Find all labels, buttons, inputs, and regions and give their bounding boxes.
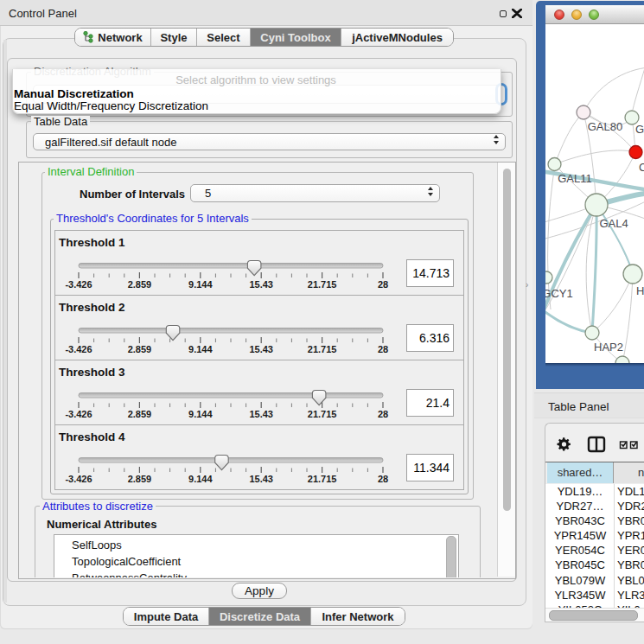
svg-text:9.144: 9.144 bbox=[188, 409, 213, 419]
svg-text:21.715: 21.715 bbox=[308, 409, 337, 419]
svg-text:28: 28 bbox=[378, 409, 388, 419]
svg-text:GCY1: GCY1 bbox=[545, 287, 573, 300]
svg-text:2.859: 2.859 bbox=[128, 279, 152, 290]
svg-text:15.43: 15.43 bbox=[249, 474, 273, 484]
svg-text:15.43: 15.43 bbox=[249, 279, 273, 290]
svg-text:9.144: 9.144 bbox=[188, 279, 213, 290]
svg-text:9.144: 9.144 bbox=[188, 474, 213, 484]
svg-text:2.859: 2.859 bbox=[128, 344, 152, 354]
svg-text:HAP2: HAP2 bbox=[594, 341, 623, 354]
svg-text:CD: CD bbox=[639, 161, 644, 174]
svg-text:2.859: 2.859 bbox=[128, 409, 152, 419]
svg-text:15.43: 15.43 bbox=[249, 344, 273, 354]
svg-text:28: 28 bbox=[378, 474, 388, 484]
svg-text:21.715: 21.715 bbox=[308, 474, 337, 484]
svg-text:GA: GA bbox=[635, 123, 644, 136]
svg-text:-3.426: -3.426 bbox=[65, 409, 92, 419]
svg-text:28: 28 bbox=[378, 279, 388, 290]
svg-text:28: 28 bbox=[378, 344, 388, 354]
svg-text:GAL80: GAL80 bbox=[588, 120, 622, 133]
svg-text:21.715: 21.715 bbox=[308, 279, 337, 290]
svg-text:21.715: 21.715 bbox=[308, 344, 337, 354]
svg-text:-3.426: -3.426 bbox=[65, 474, 92, 484]
svg-text:HI: HI bbox=[636, 284, 644, 297]
svg-text:-3.426: -3.426 bbox=[65, 344, 92, 354]
svg-text:GAL4: GAL4 bbox=[599, 217, 628, 230]
svg-text:GAL11: GAL11 bbox=[558, 172, 592, 185]
svg-text:-3.426: -3.426 bbox=[65, 279, 92, 290]
svg-text:9.144: 9.144 bbox=[188, 344, 213, 354]
svg-text:2.859: 2.859 bbox=[128, 474, 152, 484]
svg-text:15.43: 15.43 bbox=[249, 409, 273, 419]
